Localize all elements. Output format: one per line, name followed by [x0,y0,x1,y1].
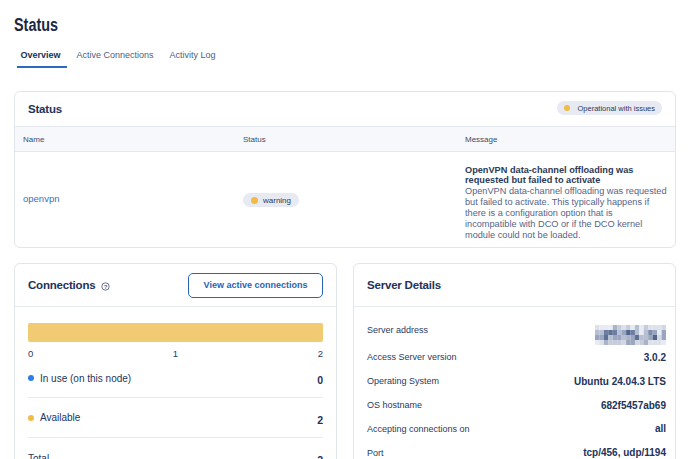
svg-text:?: ? [104,283,108,289]
